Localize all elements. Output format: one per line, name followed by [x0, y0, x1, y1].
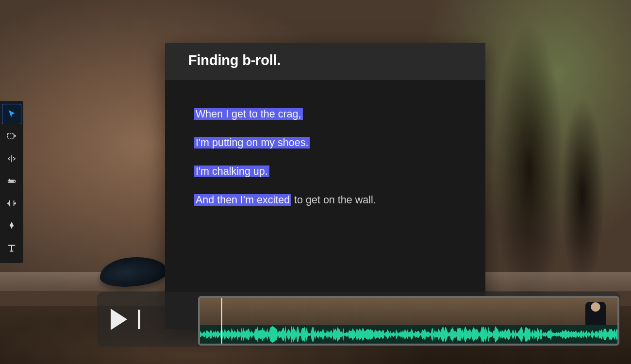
transcript-line[interactable]: And then I'm excited to get on the wall.	[194, 193, 456, 207]
svg-point-2	[11, 225, 12, 226]
type-icon	[6, 243, 17, 253]
razor-icon	[6, 176, 17, 186]
transcript-line[interactable]: I'm chalking up.	[194, 165, 456, 179]
razor-tool[interactable]	[2, 171, 21, 191]
ripple-edit-icon	[6, 153, 17, 164]
ripple-edit-tool[interactable]	[2, 149, 21, 169]
pen-tool[interactable]	[2, 215, 21, 236]
panel-header: Finding b-roll.	[165, 43, 485, 80]
selection-tool[interactable]	[2, 104, 21, 124]
step-icon	[138, 310, 140, 329]
highlighted-text[interactable]: I'm putting on my shoes.	[194, 137, 310, 149]
slip-icon	[6, 198, 17, 209]
video-preview-background: Finding b-roll. When I get to the crag, …	[0, 0, 631, 364]
cursor-icon	[6, 109, 17, 119]
playhead[interactable]	[221, 296, 222, 346]
audio-waveform	[200, 325, 617, 344]
panel-title: Finding b-roll.	[188, 52, 462, 68]
slip-tool[interactable]	[2, 193, 21, 214]
type-tool[interactable]	[2, 238, 21, 258]
track-select-icon	[6, 131, 17, 142]
step-forward-button[interactable]	[138, 310, 140, 329]
waveform-icon	[200, 325, 617, 344]
play-button[interactable]	[111, 309, 127, 330]
tool-palette	[0, 101, 23, 263]
transcript-panel: Finding b-roll. When I get to the crag, …	[165, 43, 485, 329]
transcript-body[interactable]: When I get to the crag, I'm putting on m…	[165, 80, 485, 217]
transcript-line[interactable]: When I get to the crag,	[194, 107, 456, 121]
timeline[interactable]	[198, 296, 619, 346]
track-select-tool[interactable]	[2, 126, 21, 147]
svg-rect-0	[8, 134, 14, 138]
transcript-line[interactable]: I'm putting on my shoes.	[194, 136, 456, 150]
highlighted-text[interactable]: When I get to the crag,	[194, 108, 303, 120]
highlighted-text[interactable]: I'm chalking up.	[194, 165, 269, 177]
scrollbar-thumb[interactable]	[200, 344, 216, 346]
highlighted-text[interactable]: And then I'm excited	[194, 194, 291, 206]
timeline-scrollbar[interactable]	[200, 344, 617, 346]
pen-icon	[6, 220, 17, 231]
